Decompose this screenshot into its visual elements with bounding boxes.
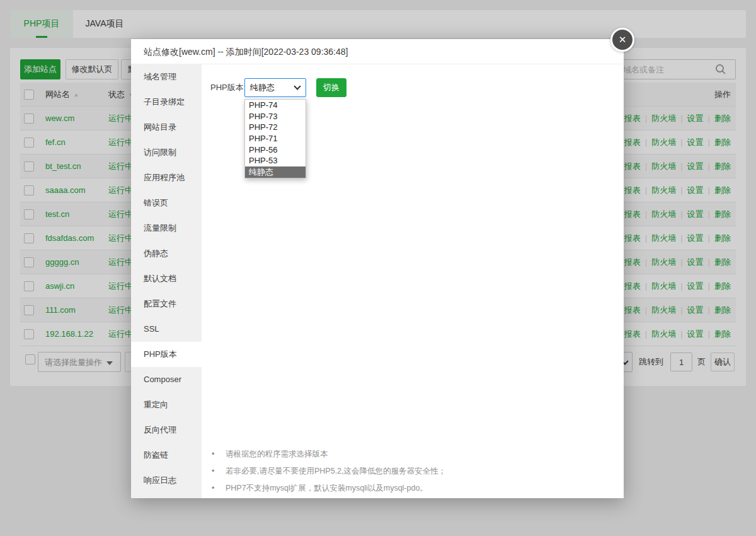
note-text: 若非必要,请尽量不要使用PHP5.2,这会降低您的服务器安全性；	[226, 463, 446, 480]
modal-menu-item-config-file[interactable]: 配置文件	[131, 291, 202, 317]
modal-menu-item-rewrite[interactable]: 伪静态	[131, 241, 202, 266]
note-text: 请根据您的程序需求选择版本	[226, 446, 328, 463]
php-version-label: PHP版本	[210, 78, 244, 97]
modal-menu-item-default-doc[interactable]: 默认文档	[131, 266, 202, 291]
modal-close-button[interactable]: ✕	[610, 28, 634, 52]
modal-menu-item-response-log[interactable]: 响应日志	[131, 468, 202, 493]
bullet-icon: •	[212, 463, 218, 480]
modal-menu-item-app-pool[interactable]: 应用程序池	[131, 165, 202, 190]
site-edit-modal: 站点修改[wew.cm] -- 添加时间[2022-03-23 09:36:48…	[131, 39, 624, 498]
dropdown-option-selected[interactable]: 纯静态	[245, 166, 306, 178]
modal-menu-item-error-page[interactable]: 错误页	[131, 190, 202, 216]
switch-button[interactable]: 切换	[316, 78, 346, 97]
dropdown-option[interactable]: PHP-73	[245, 111, 306, 122]
dropdown-option[interactable]: PHP-71	[245, 133, 306, 144]
modal-menu-item-anti-leech[interactable]: 防盗链	[131, 443, 202, 468]
modal-menu-item-domain[interactable]: 域名管理	[131, 64, 202, 90]
note-text: PHP7不支持mysql扩展，默认安装mysqli以及mysql-pdo。	[226, 480, 428, 497]
chevron-down-icon	[294, 83, 301, 90]
modal-header: 站点修改[wew.cm] -- 添加时间[2022-03-23 09:36:48…	[131, 39, 624, 64]
modal-menu-item-redirect[interactable]: 重定向	[131, 392, 202, 417]
modal-sidebar: 域名管理 子目录绑定 网站目录 访问限制 应用程序池 错误页 流量限制 伪静态 …	[131, 64, 202, 498]
modal-menu-item-site-dir[interactable]: 网站目录	[131, 115, 202, 140]
bullet-icon: •	[212, 446, 218, 463]
modal-menu-item-composer[interactable]: Composer	[131, 367, 202, 392]
php-version-notes: •请根据您的程序需求选择版本 •若非必要,请尽量不要使用PHP5.2,这会降低您…	[212, 446, 446, 497]
page: PHP项目 JAVA项目 添加站点 修改默认页 默 网站名▲ 状态▼ 操作 we…	[0, 0, 756, 536]
modal-menu-item-reverse-proxy[interactable]: 反向代理	[131, 417, 202, 443]
php-version-select[interactable]: 纯静态	[244, 78, 306, 97]
php-version-selected-value: 纯静态	[250, 79, 275, 96]
bullet-icon: •	[212, 480, 218, 497]
modal-menu-item-access-limit[interactable]: 访问限制	[131, 140, 202, 165]
modal-menu-item-ssl[interactable]: SSL	[131, 317, 202, 342]
close-icon: ✕	[619, 34, 627, 45]
dropdown-option[interactable]: PHP-53	[245, 155, 306, 166]
modal-menu-item-traffic-limit[interactable]: 流量限制	[131, 216, 202, 241]
dropdown-option[interactable]: PHP-72	[245, 122, 306, 133]
modal-menu-item-php-version[interactable]: PHP版本	[131, 342, 202, 367]
dropdown-option[interactable]: PHP-74	[245, 100, 306, 111]
modal-title: 站点修改[wew.cm] -- 添加时间[2022-03-23 09:36:48…	[144, 39, 348, 64]
dropdown-option[interactable]: PHP-56	[245, 144, 306, 156]
modal-menu-item-subdir[interactable]: 子目录绑定	[131, 90, 202, 115]
php-version-dropdown: PHP-74 PHP-73 PHP-72 PHP-71 PHP-56 PHP-5…	[244, 99, 306, 178]
